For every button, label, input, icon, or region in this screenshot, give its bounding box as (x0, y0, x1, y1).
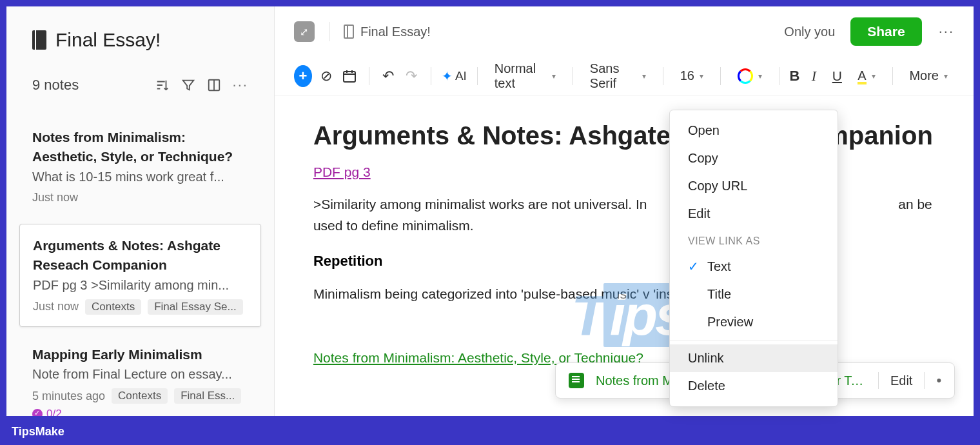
sidebar-sub: 9 notes ··· (6, 57, 274, 103)
ai-icon: ✦ (442, 68, 453, 84)
note-meta: Just now (32, 191, 248, 204)
text-color-select[interactable]: ▾ (731, 68, 769, 84)
note-title: Notes from Minimalism: Aesthetic, Style,… (32, 128, 248, 167)
task-count: 0/2 (46, 408, 62, 416)
task-check-icon (32, 409, 43, 416)
italic-button[interactable]: I (805, 65, 823, 87)
note-tag[interactable]: Contexts (85, 299, 141, 315)
breadcrumb-text: Final Essay! (360, 25, 431, 39)
chevron-down-icon: ▾ (552, 72, 556, 81)
sort-icon[interactable] (155, 78, 170, 92)
task-meta: 0/2 (32, 408, 248, 416)
layout-icon[interactable] (207, 78, 221, 92)
separator (878, 372, 879, 389)
chevron-down-icon: ▾ (758, 72, 762, 81)
note-tag[interactable]: Contexts (112, 388, 168, 404)
footer-brand: TipsMake (12, 425, 64, 439)
note-item[interactable]: Notes from Minimalism: Aesthetic, Style,… (6, 116, 274, 217)
context-menu: Open Copy Copy URL Edit VIEW LINK AS ✓Te… (669, 110, 838, 407)
undo-icon[interactable]: ↶ (379, 65, 397, 87)
note-title: Arguments & Notes: Ashgate Reseach Compa… (33, 236, 248, 275)
note-preview: Note from Final Lecture on essay... (32, 367, 248, 382)
separator (369, 67, 369, 85)
more-options-icon[interactable]: ··· (233, 77, 248, 94)
separator (779, 67, 779, 85)
more-format-select[interactable]: More▾ (903, 68, 954, 83)
check-icon: ✓ (688, 259, 700, 274)
note-meta: Just now Contexts Final Essay Se... (33, 299, 248, 315)
bold-button[interactable]: B (790, 68, 800, 84)
top-bar: ⤢ Final Essay! Only you Share ··· (275, 6, 974, 57)
note-title: Mapping Early Minimalism (32, 345, 248, 364)
filter-icon[interactable] (181, 78, 195, 92)
underline-button[interactable]: U (828, 65, 846, 87)
toolbar: + ⊘ ↶ ↷ ✦AI Normal text▾ Sans Serif▾ 16▾… (275, 57, 974, 95)
menu-section-header: VIEW LINK AS (670, 228, 838, 252)
menu-unlink[interactable]: Unlink (670, 344, 838, 372)
separator (720, 67, 721, 85)
task-icon[interactable]: ⊘ (317, 65, 335, 87)
notebook-icon (32, 30, 46, 50)
document-title[interactable]: Arguments & Notes: Ashgate Reseach Compa… (313, 121, 935, 150)
note-tag[interactable]: Final Essay Se... (148, 299, 243, 315)
note-tag[interactable]: Final Ess... (174, 388, 241, 404)
menu-delete[interactable]: Delete (670, 372, 838, 400)
app-frame: Final Essay! 9 notes ··· Notes from Mini… (6, 6, 974, 416)
note-item[interactable]: Mapping Early Minimalism Note from Final… (6, 333, 274, 416)
popover-more-icon[interactable]: • (936, 372, 941, 389)
chevron-down-icon: ▾ (944, 72, 948, 81)
notebook-icon (344, 25, 354, 39)
sidebar: Final Essay! 9 notes ··· Notes from Mini… (6, 6, 275, 416)
calendar-icon[interactable] (340, 65, 358, 87)
note-item-selected[interactable]: Arguments & Notes: Ashgate Reseach Compa… (19, 224, 261, 327)
separator (573, 67, 573, 85)
chevron-down-icon: ▾ (642, 72, 646, 81)
notebook-title[interactable]: Final Essay! (55, 29, 161, 51)
note-icon (569, 373, 584, 388)
redo-icon[interactable]: ↷ (402, 65, 420, 87)
sidebar-header: Final Essay! (6, 6, 274, 57)
highlight-select[interactable]: A▾ (851, 68, 881, 83)
highlight-icon: A (858, 68, 866, 83)
separator (670, 340, 838, 341)
heading[interactable]: Repetition (313, 253, 935, 270)
divider (329, 22, 329, 41)
font-family-select[interactable]: Sans Serif▾ (583, 61, 652, 91)
menu-open[interactable]: Open (670, 117, 838, 144)
menu-view-text[interactable]: ✓Text (670, 252, 838, 281)
paragraph-style-select[interactable]: Normal text▾ (488, 61, 562, 91)
svg-rect-1 (344, 72, 355, 82)
insert-button[interactable]: + (294, 65, 312, 87)
menu-view-preview[interactable]: Preview (670, 308, 838, 336)
font-size-select[interactable]: 16▾ (674, 68, 710, 83)
visibility-label[interactable]: Only you (784, 25, 835, 39)
chevron-down-icon: ▾ (872, 72, 876, 81)
note-count: 9 notes (32, 77, 79, 94)
separator (477, 67, 478, 85)
note-meta: 5 minutes ago Contexts Final Ess... (32, 388, 248, 404)
paragraph[interactable]: >Similarity among minimalist works are n… (313, 194, 935, 236)
menu-copy[interactable]: Copy (670, 144, 838, 172)
breadcrumb[interactable]: Final Essay! (344, 25, 431, 39)
separator (663, 67, 663, 85)
menu-edit[interactable]: Edit (670, 200, 838, 228)
separator (892, 67, 893, 85)
more-actions-icon[interactable]: ··· (939, 23, 954, 40)
pdf-link[interactable]: PDF pg 3 (313, 164, 371, 179)
main: ⤢ Final Essay! Only you Share ··· + ⊘ ↶ … (275, 6, 974, 416)
separator (431, 67, 431, 85)
notebook-title-row: Final Essay! (32, 29, 248, 51)
expand-button[interactable]: ⤢ (294, 21, 315, 42)
menu-view-title[interactable]: Title (670, 281, 838, 308)
note-list: Notes from Minimalism: Aesthetic, Style,… (6, 103, 274, 416)
menu-copy-url[interactable]: Copy URL (670, 172, 838, 200)
sidebar-tools: ··· (155, 77, 248, 94)
note-time: 5 minutes ago (32, 390, 105, 403)
popover-edit-button[interactable]: Edit (890, 373, 912, 388)
share-button[interactable]: Share (850, 17, 921, 46)
note-preview: What is 10-15 mins work great f... (32, 170, 248, 184)
note-time: Just now (32, 191, 78, 204)
chevron-down-icon: ▾ (700, 72, 703, 81)
ai-button[interactable]: ✦AI (442, 68, 467, 84)
paragraph[interactable]: Minimalism being categorized into 'pulse… (313, 284, 935, 305)
